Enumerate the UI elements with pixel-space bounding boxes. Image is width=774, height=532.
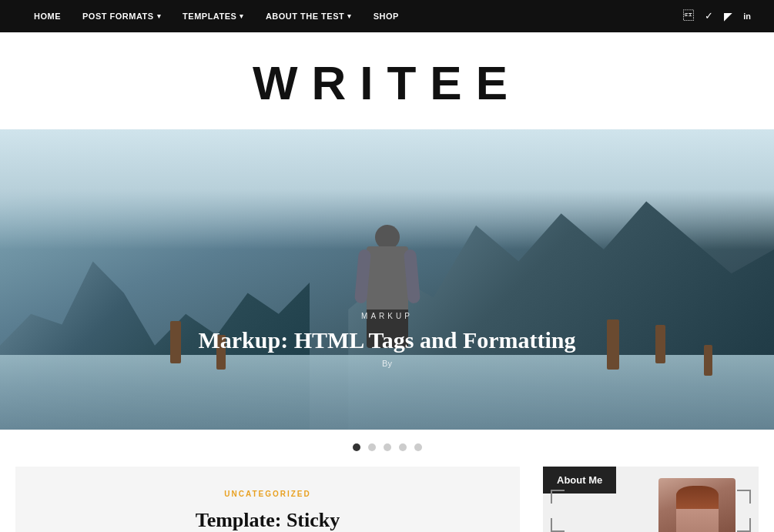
hero-by: By (195, 359, 580, 368)
wooden-post-3 (607, 320, 619, 370)
hero-title: Markup: HTML Tags and Formatting (195, 326, 580, 354)
hero-category: MARKUP (195, 312, 580, 320)
post-card: UNCATEGORIZED Template: Sticky (15, 467, 520, 532)
avatar (658, 478, 735, 532)
sidebar-column: About Me (543, 467, 759, 532)
slider-dot-2[interactable] (368, 443, 376, 451)
slider-dot-4[interactable] (399, 443, 407, 451)
facebook-icon[interactable]:  (683, 10, 694, 22)
post-title[interactable]: Template: Sticky (39, 507, 497, 532)
hero-slider: MARKUP Markup: HTML Tags and Formatting … (0, 129, 774, 430)
bracket-bottom-right (737, 518, 751, 532)
posts-column: UNCATEGORIZED Template: Sticky (15, 467, 543, 532)
chevron-down-icon: ▾ (240, 12, 244, 20)
site-title: WRITEE (0, 55, 774, 110)
slider-dot-5[interactable] (414, 443, 422, 451)
main-content: UNCATEGORIZED Template: Sticky About Me (0, 467, 774, 532)
nav-item-templates[interactable]: TEMPLATES ▾ (172, 0, 255, 32)
instagram-icon[interactable]: ◤ (724, 10, 732, 23)
social-icons:  ✓ ◤ in (683, 10, 751, 23)
wooden-post-5 (704, 345, 712, 376)
bracket-top-left (551, 490, 565, 504)
avatar-hair (676, 486, 719, 509)
avatar-face (676, 486, 719, 532)
nav-item-post-formats[interactable]: POST FORMATS ▾ (72, 0, 172, 32)
bracket-bottom-left (551, 518, 565, 532)
bracket-top-right (737, 490, 751, 504)
hero-background: MARKUP Markup: HTML Tags and Formatting … (0, 129, 774, 430)
nav-item-about-the-test[interactable]: ABOUT THE TEST ▾ (255, 0, 363, 32)
hero-text-overlay: MARKUP Markup: HTML Tags and Formatting … (195, 312, 580, 368)
main-nav: HOME POST FORMATS ▾ TEMPLATES ▾ ABOUT TH… (0, 0, 774, 32)
nav-item-shop[interactable]: SHOP (363, 0, 410, 32)
twitter-icon[interactable]: ✓ (705, 10, 713, 22)
post-category: UNCATEGORIZED (39, 490, 497, 498)
linkedin-icon[interactable]: in (743, 12, 751, 21)
wooden-post-1 (170, 321, 181, 363)
about-me-widget: About Me (543, 467, 759, 532)
slider-dots (0, 430, 774, 467)
slider-dot-1[interactable] (353, 443, 360, 451)
chevron-down-icon: ▾ (157, 12, 162, 20)
chevron-down-icon: ▾ (347, 12, 352, 20)
slider-dot-3[interactable] (384, 443, 391, 451)
site-header: WRITEE (0, 32, 774, 129)
wooden-post-4 (655, 325, 665, 363)
nav-item-home[interactable]: HOME (23, 0, 72, 32)
nav-links: HOME POST FORMATS ▾ TEMPLATES ▾ ABOUT TH… (23, 0, 410, 32)
